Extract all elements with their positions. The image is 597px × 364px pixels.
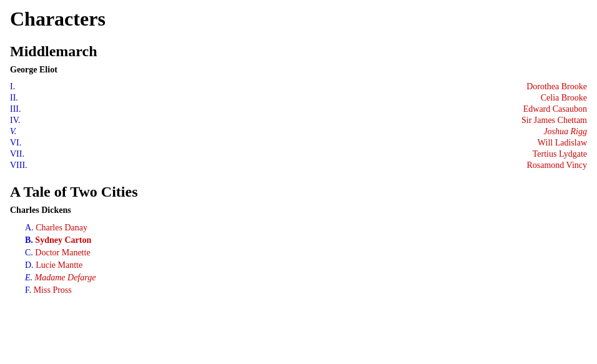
author-name-tale-of-two-cities: Charles Dickens bbox=[10, 205, 587, 215]
roman-numeral: I. bbox=[10, 81, 47, 92]
table-row: II.Celia Brooke bbox=[10, 92, 587, 104]
list-item: F. Miss Pross bbox=[25, 284, 587, 297]
alpha-letter: C. bbox=[25, 248, 35, 257]
alpha-letter: A. bbox=[25, 223, 36, 232]
character-name: Lucie Mantte bbox=[36, 260, 82, 270]
book-title-middlemarch: Middlemarch bbox=[10, 43, 587, 60]
alpha-letter: B. bbox=[25, 235, 35, 245]
book-title-tale-of-two-cities: A Tale of Two Cities bbox=[10, 184, 587, 200]
alpha-letter: E. bbox=[25, 273, 35, 282]
list-item: B. Sydney Carton bbox=[25, 234, 587, 247]
alpha-list-tale-of-two-cities: A. Charles DanayB. Sydney CartonC. Docto… bbox=[10, 222, 587, 297]
characters-table-middlemarch: I.Dorothea BrookeII.Celia BrookeIII.Edwa… bbox=[10, 81, 587, 171]
table-row: I.Dorothea Brooke bbox=[10, 81, 587, 92]
table-row: V.Joshua Rigg bbox=[10, 126, 587, 137]
book-section-tale-of-two-cities: A Tale of Two CitiesCharles DickensA. Ch… bbox=[10, 184, 587, 297]
page-title: Characters bbox=[10, 7, 587, 31]
alpha-letter: F. bbox=[25, 285, 34, 295]
list-item: C. Doctor Manette bbox=[25, 247, 587, 259]
character-name: Dorothea Brooke bbox=[47, 81, 587, 92]
character-name: Sydney Carton bbox=[35, 235, 91, 245]
roman-numeral: VIII. bbox=[10, 160, 47, 171]
book-section-middlemarch: MiddlemarchGeorge EliotI.Dorothea Brooke… bbox=[10, 43, 587, 171]
author-name-middlemarch: George Eliot bbox=[10, 65, 587, 75]
list-item: D. Lucie Mantte bbox=[25, 259, 587, 272]
character-name: Charles Danay bbox=[36, 223, 87, 232]
roman-numeral: VII. bbox=[10, 149, 47, 160]
alpha-letter: D. bbox=[25, 260, 36, 270]
roman-numeral: IV. bbox=[10, 115, 47, 126]
table-row: III.Edward Casaubon bbox=[10, 104, 587, 115]
character-name: Rosamond Vincy bbox=[47, 160, 587, 171]
character-name: Tertius Lydgate bbox=[47, 149, 587, 160]
character-name: Miss Pross bbox=[34, 285, 72, 295]
character-name: Will Ladislaw bbox=[47, 137, 587, 149]
roman-numeral: III. bbox=[10, 104, 47, 115]
list-item: E. Madame Defarge bbox=[25, 272, 587, 284]
character-name: Doctor Manette bbox=[35, 248, 90, 257]
character-name: Edward Casaubon bbox=[47, 104, 587, 115]
table-row: VIII.Rosamond Vincy bbox=[10, 160, 587, 171]
roman-numeral: VI. bbox=[10, 137, 47, 149]
character-name: Sir James Chettam bbox=[47, 115, 587, 126]
character-name: Madame Defarge bbox=[35, 273, 96, 282]
list-item: A. Charles Danay bbox=[25, 222, 587, 234]
table-row: VI.Will Ladislaw bbox=[10, 137, 587, 149]
table-row: VII.Tertius Lydgate bbox=[10, 149, 587, 160]
roman-numeral: V. bbox=[10, 126, 47, 137]
table-row: IV.Sir James Chettam bbox=[10, 115, 587, 126]
character-name: Joshua Rigg bbox=[47, 126, 587, 137]
character-name: Celia Brooke bbox=[47, 92, 587, 104]
roman-numeral: II. bbox=[10, 92, 47, 104]
